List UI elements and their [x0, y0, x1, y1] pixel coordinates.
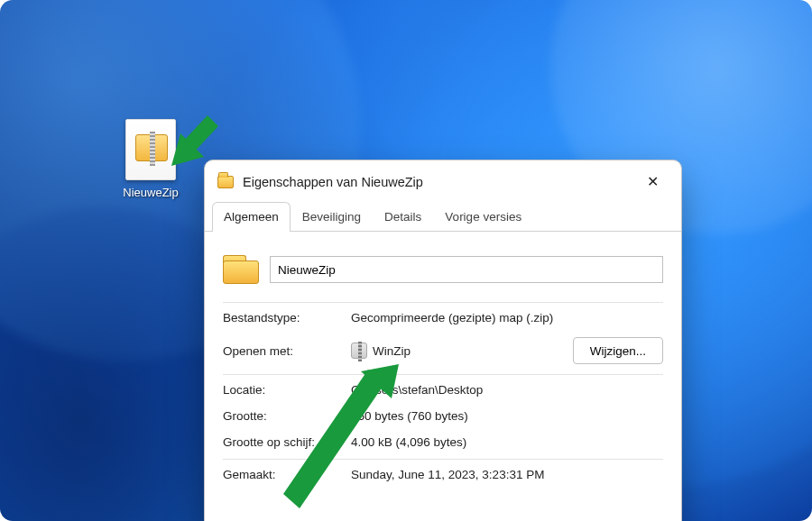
open-with-app: WinZip	[373, 344, 411, 358]
tab-strip: Algemeen Beveiliging Details Vorige vers…	[205, 201, 681, 232]
tab-security[interactable]: Beveiliging	[291, 202, 373, 232]
label-filetype: Bestandstype:	[223, 311, 340, 324]
tab-general[interactable]: Algemeen	[212, 202, 291, 232]
row-name	[223, 244, 663, 298]
titlebar[interactable]: Eigenschappen van NieuweZip ✕	[205, 160, 681, 201]
row-filetype: Bestandstype: Gecomprimeerde (gezipte) m…	[223, 305, 663, 331]
winzip-icon	[351, 343, 367, 359]
tab-details[interactable]: Details	[373, 202, 433, 232]
change-button[interactable]: Wijzigen...	[573, 337, 663, 364]
annotation-arrow-icon	[171, 76, 280, 166]
svg-marker-2	[283, 370, 384, 508]
folder-icon	[217, 176, 234, 188]
window-title: Eigenschappen van NieuweZip	[243, 175, 625, 189]
folder-large-icon	[223, 255, 259, 284]
desktop-file-label: NieuweZip	[120, 185, 180, 200]
annotation-arrow-icon	[267, 364, 402, 521]
value-filetype: Gecomprimeerde (gezipte) map (.zip)	[351, 311, 663, 324]
file-name-input[interactable]	[270, 256, 663, 283]
value-open-with: WinZip	[351, 343, 562, 359]
close-button[interactable]: ✕	[634, 169, 670, 194]
tab-previous-versions[interactable]: Vorige versies	[433, 202, 533, 232]
desktop: NieuweZip Eigenschappen van NieuweZip ✕ …	[0, 0, 812, 521]
label-open-with: Openen met:	[223, 344, 340, 358]
zip-file-icon	[125, 119, 176, 180]
separator	[223, 302, 663, 303]
